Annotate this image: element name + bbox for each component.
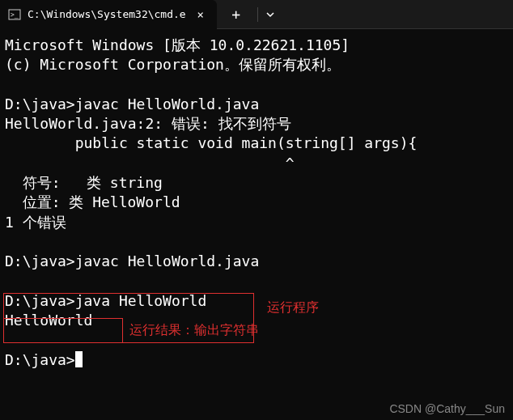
new-tab-button[interactable]: +: [222, 0, 251, 29]
output-line: 符号: 类 string: [5, 174, 163, 191]
output-line: public static void main(string[] args){: [5, 134, 417, 151]
output-line: HelloWorld.java:2: 错误: 找不到符号: [5, 115, 291, 132]
annotation-output-result: 运行结果：输出字符串: [129, 322, 259, 339]
output-line: D:\java>javac HelloWorld.java: [5, 95, 259, 112]
output-line: Microsoft Windows [版本 10.0.22621.1105]: [5, 36, 350, 53]
active-tab[interactable]: >_ C:\Windows\System32\cmd.e ×: [0, 0, 217, 29]
output-line: ^: [5, 155, 295, 172]
output-line: HelloWorld: [5, 312, 92, 329]
close-tab-button[interactable]: ×: [193, 6, 209, 23]
tab-title: C:\Windows\System32\cmd.e: [28, 8, 186, 20]
cursor: [75, 351, 83, 367]
output-line: D:\java>javac HelloWorld.java: [5, 252, 259, 269]
prompt-line: D:\java>: [5, 351, 75, 368]
watermark: CSDN @Cathy___Sun: [389, 402, 505, 415]
output-line: 位置: 类 HelloWorld: [5, 193, 180, 210]
tab-dropdown-button[interactable]: [258, 0, 282, 29]
output-line: (c) Microsoft Corporation。保留所有权利。: [5, 56, 341, 73]
titlebar: >_ C:\Windows\System32\cmd.e × +: [0, 0, 513, 29]
annotation-run-program: 运行程序: [267, 299, 319, 316]
output-line: 1 个错误: [5, 214, 66, 231]
cmd-icon: >_: [8, 8, 21, 21]
output-line: D:\java>java HelloWorld: [5, 292, 206, 309]
svg-text:>_: >_: [11, 11, 19, 19]
